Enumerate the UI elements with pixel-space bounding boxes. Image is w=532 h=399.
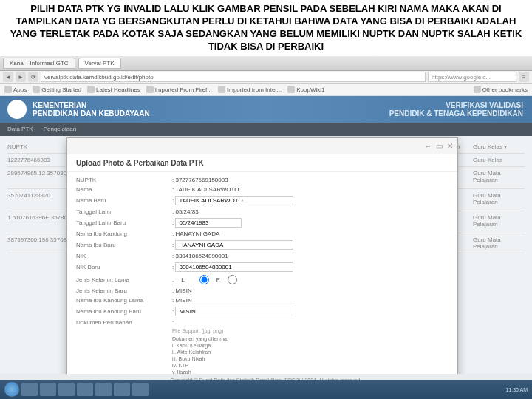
ibubaru-label: Nama Ibu Baru [76,242,172,248]
bookmarks-bar: Apps Getting Started Latest Headlines Im… [0,84,532,96]
forward-icon[interactable]: ► [16,72,26,82]
namabaru-label: Nama Baru [76,197,172,204]
nav-pengelolaan[interactable]: Pengelolaan [44,126,76,132]
ministry-name: KEMENTERIAN PENDIDIKAN DAN KEBUDAYAAN [33,101,150,117]
system-tray[interactable]: 11:30 AM [505,387,528,392]
taskbar-app-icon[interactable] [77,383,93,396]
bookmark-item[interactable]: KoopWiki1 [287,86,324,93]
browser-tab-bar: Kanal - Informasi GTC Verval PTK [0,56,532,71]
reload-icon[interactable]: ⟳ [28,72,38,82]
ibu-value: : HANAYNI GADA [172,231,449,237]
windows-taskbar: 11:30 AM [0,380,532,399]
bookmark-item[interactable]: Imported from Inter... [218,86,282,93]
nik-label: NIK [76,253,172,259]
modal-title: Upload Photo & Perbaikan Data PTK [67,154,457,172]
apps-icon [4,86,12,93]
app-title: VERIFIKASI VALIDASI PENDIDIK & TENAGA KE… [389,101,523,117]
modal-header: ← ▭ ✕ [67,138,457,154]
jk-p-radio[interactable] [228,275,237,284]
jkbaru-label: Jenis Kelamin Baru [76,287,172,294]
tray-time: 11:30 AM [505,387,528,392]
nik-value: : 3304106524890001 [172,253,449,259]
nama-label: Nama [76,186,172,193]
other-bookmarks[interactable]: Other bookmarks [474,86,528,93]
close-icon[interactable]: ✕ [447,142,453,150]
ibukbaru-input[interactable] [175,307,293,316]
bookmark-apps[interactable]: Apps [4,86,27,93]
address-bar: ◄ ► ⟳ vervalptk.data.kemdikbud.go.id/edi… [0,71,532,84]
search-input[interactable]: https://www.google.c... [428,72,516,82]
browser-tab-1[interactable]: Kanal - Informasi GTC [3,58,75,69]
taskbar-app-icon[interactable] [40,383,56,396]
folder-icon [218,86,225,93]
top-nav: Data PTK Pengelolaan [0,123,532,136]
nikbaru-label: NIK Baru [76,264,172,270]
browser-tab-2[interactable]: Verval PTK [78,58,121,69]
taskbar-app-icon[interactable] [114,383,130,396]
namabaru-input[interactable] [175,196,293,205]
tgl-value: : 05/24/83 [172,208,449,215]
dok-item: iii. Buku Nikah [172,355,449,362]
nav-data-ptk[interactable]: Data PTK [7,126,33,132]
bookmark-item[interactable]: Imported From Firef... [146,86,212,93]
ibukand-value: : MISIN [172,297,449,304]
taskbar-app-icon[interactable] [58,383,75,396]
page-icon [87,86,95,93]
instruction-text: PILIH DATA PTK YG INVALID LALU KLIK GAMB… [0,0,532,56]
ibubaru-input[interactable] [175,240,293,250]
back-icon[interactable]: ◄ [3,72,13,82]
maximize-icon[interactable]: ▭ [436,142,443,150]
dok-item: i. Kartu Keluarga [172,342,449,349]
nikbaru-input[interactable] [175,262,293,272]
dok-desc: Dokumen yang diterima: [172,335,449,342]
edit-modal: ← ▭ ✕ Upload Photo & Perbaikan Data PTK … [66,137,458,381]
menu-icon[interactable]: ≡ [519,72,529,82]
start-button-icon[interactable] [4,382,19,397]
dok-note: File Support (jpg, png) [172,328,449,333]
tglbaru-input[interactable] [175,218,242,228]
page-icon [287,86,295,93]
modal-body: NUPTK: 3727767669150003 Nama: TAUFIK ADI… [67,172,457,381]
folder-icon [474,86,481,93]
dok-item: ii. Akte Kelahiran [172,349,449,355]
tgl-label: Tanggal Lahir [76,208,172,215]
nama-value: : TAUFIK ADI SARWOTO [172,186,449,193]
jk-l-radio[interactable] [200,275,209,284]
minimize-icon[interactable]: ← [424,142,432,150]
jkbaru-value: : MISIN [172,287,449,294]
dok-label: Dokumen Perubahan [76,319,172,326]
app-header: KEMENTERIAN PENDIDIKAN DAN KEBUDAYAAN VE… [0,96,532,123]
taskbar-app-icon[interactable] [21,383,38,396]
content-area: NUPTK NIK Action Guru Kelas ▾ 1222776466… [0,136,532,387]
page-icon [33,86,40,93]
bookmark-item[interactable]: Getting Started [33,86,81,93]
bookmark-item[interactable]: Latest Headlines [87,86,140,93]
folder-icon [146,86,154,93]
ibu-label: Nama Ibu Kandung [76,231,172,237]
tglbaru-label: Tanggal Lahir Baru [76,219,172,226]
ministry-logo-icon [7,100,27,119]
nuptk-label: NUPTK [76,177,172,183]
jk-label: Jenis Kelamin Lama [76,276,172,283]
taskbar-app-icon[interactable] [95,383,112,396]
nuptk-value: : 3727767669150003 [172,177,449,183]
ibukbaru-label: Nama Ibu Kandung Baru [76,308,172,315]
ibukand-label: Nama Ibu Kandung Lama [76,297,172,304]
dok-item: iv. KTP [172,362,449,369]
taskbar-app-icon[interactable] [132,383,149,396]
url-input[interactable]: vervalptk.data.kemdikbud.go.id/edit/phot… [41,72,426,82]
